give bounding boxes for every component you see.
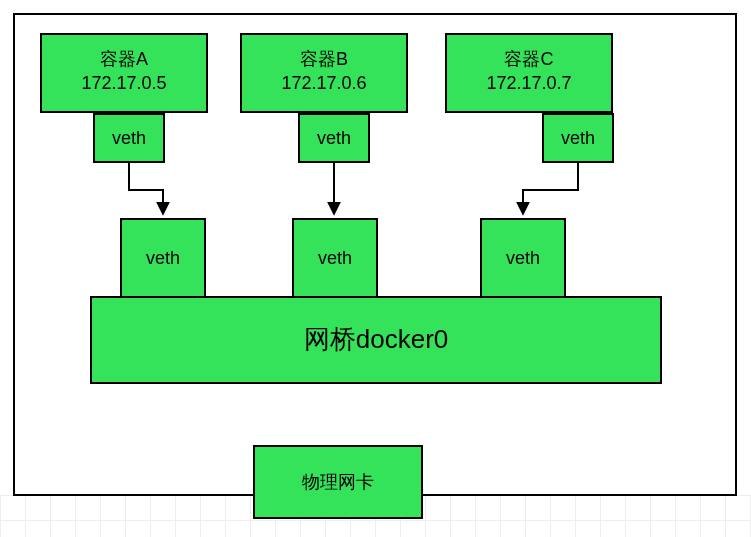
bridge-docker0: 网桥docker0 (90, 296, 662, 384)
container-a-veth-label: veth (112, 126, 146, 150)
container-c-veth: veth (542, 113, 614, 163)
bridge-veth-a-label: veth (146, 246, 180, 270)
container-c: 容器C172.17.0.7 (445, 33, 613, 113)
physical-nic-label: 物理网卡 (302, 470, 374, 494)
container-b-text: 容器B172.17.0.6 (281, 47, 366, 96)
container-b-veth: veth (298, 113, 370, 163)
bridge-veth-b-label: veth (318, 246, 352, 270)
container-b: 容器B172.17.0.6 (240, 33, 408, 113)
diagram-canvas: 容器A172.17.0.5 veth 容器B172.17.0.6 veth 容器… (0, 0, 751, 537)
bridge-veth-c: veth (480, 218, 566, 298)
container-a: 容器A172.17.0.5 (40, 33, 208, 113)
container-b-veth-label: veth (317, 126, 351, 150)
container-a-text: 容器A172.17.0.5 (81, 47, 166, 96)
bridge-veth-c-label: veth (506, 246, 540, 270)
container-c-veth-label: veth (561, 126, 595, 150)
bridge-veth-a: veth (120, 218, 206, 298)
container-a-veth: veth (93, 113, 165, 163)
physical-nic: 物理网卡 (253, 445, 423, 519)
bridge-veth-b: veth (292, 218, 378, 298)
bridge-label: 网桥docker0 (304, 322, 449, 357)
container-c-text: 容器C172.17.0.7 (486, 47, 571, 96)
